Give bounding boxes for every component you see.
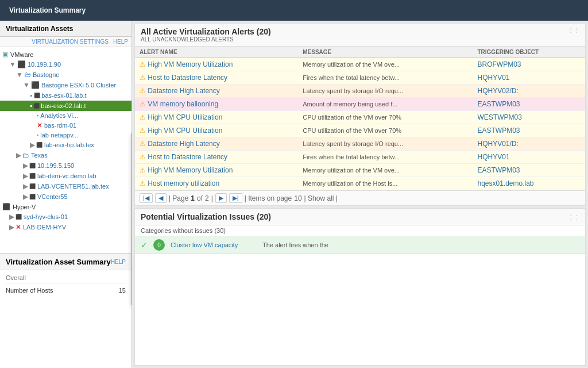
alert-message-1: Fires when the total latency betw... — [298, 71, 473, 85]
alert-message-2: Latency spent by storage I/O requ... — [298, 85, 473, 98]
right-panel: All Active Virtualization Alerts (20) AL… — [132, 21, 588, 368]
node-popup: bas-esx-02.lab.tex Node is Up. Polling I… — [131, 133, 132, 305]
alert-message-0: Memory utilization of the VM ove... — [298, 58, 473, 71]
alert-name-4[interactable]: High VM CPU Utilization — [148, 113, 222, 121]
server-icon-3: ⬛ — [29, 163, 36, 168]
tree-item-hyperv[interactable]: ⬛ Hyper-V — [0, 202, 131, 212]
trigger-link-3[interactable]: EASTWPM03 — [477, 100, 520, 108]
warn-triangle-7: ⚠ — [140, 153, 148, 161]
expand-icon-7: ▶ — [23, 172, 28, 180]
alert-name-5[interactable]: High VM CPU Utilization — [148, 126, 222, 135]
col-alert-name: ALERT NAME — [135, 47, 298, 58]
summary-row-hosts: Number of Hosts 15 — [6, 285, 126, 296]
col-trigger: TRIGGERING OBJECT — [473, 47, 585, 58]
help-link-summary[interactable]: HELP — [111, 259, 126, 265]
assets-header: Virtualization Assets — [0, 21, 131, 37]
asset-summary-title: Virtualization Asset Summary — [6, 258, 111, 266]
tree-item-bastogne[interactable]: ▼ 🗁 Bastogne — [0, 70, 131, 80]
cursor-icon: ▪ — [30, 102, 32, 110]
trigger-link-4[interactable]: WESTWPM03 — [477, 113, 521, 121]
hyperv-icon: ⬛ — [2, 203, 10, 210]
alerts-table: ALERT NAME MESSAGE TRIGGERING OBJECT ⚠ H… — [135, 47, 585, 190]
server-icon-6: ⬛ — [29, 194, 36, 200]
alert-name-2[interactable]: Datastore High Latency — [148, 87, 219, 95]
next-page-btn[interactable]: ▶ — [215, 193, 227, 203]
warn-triangle-1: ⚠ — [140, 74, 148, 82]
expand-icon: ▼ — [9, 60, 16, 68]
db-icon-2: ⬛ — [33, 103, 40, 109]
vmware-icon: ▣ — [2, 51, 8, 58]
tree-item-vmware[interactable]: ▣ VMware — [0, 49, 131, 59]
tree-label-syd-hyv: syd-hyv-clus-01 — [24, 213, 68, 220]
alert-name-1[interactable]: Host to Datastore Latency — [148, 74, 227, 82]
folder-icon-2: 🗁 — [22, 151, 29, 159]
tree-item-analytics[interactable]: ▪ Analytics Vi... — [0, 111, 131, 120]
tree-item-lab-esx-hp[interactable]: ▶ ⬛ lab-esx-hp.lab.tex — [0, 140, 131, 150]
trigger-link-6[interactable]: HQHYV01/D: — [477, 140, 518, 148]
server-icon-2: ⬛ — [36, 142, 42, 148]
expand-icon-8: ▶ — [23, 182, 28, 190]
page-title-bar: Virtualization Summary — [0, 0, 588, 21]
server-small-icon: ▪ — [30, 91, 32, 99]
prev-page-btn[interactable]: ◀ — [155, 193, 167, 203]
alert-name-3[interactable]: VM memory ballooning — [148, 100, 218, 108]
expand-icon-11: ▶ — [9, 223, 14, 231]
tree-item-texas[interactable]: ▶ 🗁 Texas — [0, 150, 131, 160]
db-icon: ⬛ — [34, 93, 40, 98]
tree-item-lab-vcenter51[interactable]: ▶ ⬛ LAB-VCENTER51.lab.tex — [0, 181, 131, 191]
alert-name-6[interactable]: Datastore High Latency — [148, 140, 219, 148]
tree-item-bas-esx-02[interactable]: ▪ ⬛ bas-esx-02.lab.t — [0, 101, 131, 111]
server-icon-5: ⬛ — [29, 183, 36, 189]
alert-name-0[interactable]: High VM Memory Utilization — [148, 60, 233, 68]
alert-message-8: Memory utilization of the VM ove... — [298, 164, 473, 177]
trigger-link-1[interactable]: HQHYV01 — [477, 74, 509, 82]
warn-triangle-2: ⚠ — [140, 87, 148, 95]
tree-label-hyperv: Hyper-V — [13, 204, 36, 210]
alert-row-0: ⚠ High VM Memory Utilization Memory util… — [135, 58, 585, 71]
vm-icon: ▪ — [37, 113, 38, 118]
help-link-left[interactable]: HELP — [113, 39, 128, 45]
tree-item-lab-dem-hyv[interactable]: ▶ ✕ LAB-DEM-HYV — [0, 222, 131, 232]
tree-label-texas: Texas — [31, 152, 48, 159]
tree-item-vcenter55[interactable]: ▶ ⬛ VCenter55 — [0, 191, 131, 202]
cluster-icon: ⬛ — [31, 81, 40, 89]
alerts-pagination: |◀ ◀ | Page 1 of 2 | ▶ ▶| | Items on pag… — [135, 190, 585, 205]
alert-name-8[interactable]: High VM Memory Utilization — [148, 166, 233, 174]
expand-icon-9: ▶ — [23, 193, 28, 201]
trigger-link-7[interactable]: HQHYV01 — [477, 153, 509, 161]
next-next-page-btn[interactable]: ▶| — [229, 193, 242, 203]
tree-item-lab-netapp[interactable]: ▪ lab-netappv... — [0, 131, 131, 140]
issue-count: 0 — [153, 239, 165, 251]
tree-item-syd-hyv[interactable]: ▶ ⬛ syd-hyv-clus-01 — [0, 212, 131, 222]
issues-panel: Potential Virtualization Issues (20) ⋮⋮ … — [134, 208, 586, 366]
server-icon-4: ⬛ — [29, 173, 36, 179]
tree-item-bas-rdm[interactable]: ✕ bas-rdm-01 — [0, 120, 131, 131]
alert-message-6: Latency spent by storage I/O requ... — [298, 137, 473, 151]
trigger-link-2[interactable]: HQHYV02/D: — [477, 87, 518, 95]
alerts-panel: All Active Virtualization Alerts (20) AL… — [134, 23, 586, 206]
tree-item-10199550[interactable]: ▶ ⬛ 10.199.5.150 — [0, 160, 131, 171]
drag-handle-alerts: ⋮⋮ — [568, 27, 579, 33]
tree-item-bastogne-esxi[interactable]: ▼ ⬛ Bastogne ESXi 5.0 Cluster — [0, 80, 131, 90]
trigger-link-5[interactable]: EASTWPM03 — [477, 126, 520, 135]
alert-row-7: ⚠ Host to Datastore Latency Fires when t… — [135, 151, 585, 164]
tree-label-bas-esx-02: bas-esx-02.lab.t — [41, 102, 86, 109]
items-per-page: 10 — [294, 194, 301, 202]
warn-triangle-6: ⚠ — [140, 140, 148, 148]
issue-name[interactable]: Cluster low VM capacity — [171, 241, 262, 248]
tree-item-10199190[interactable]: ▼ ⬛ 10.199.1.90 — [0, 59, 131, 70]
trigger-link-0[interactable]: BROFWPM03 — [477, 60, 521, 68]
tree-item-lab-dem-vc[interactable]: ▶ ⬛ lab-dem-vc.demo.lab — [0, 171, 131, 181]
warn-triangle-5: ⚠ — [140, 126, 148, 135]
tree-item-bas-esx-01[interactable]: ▪ ⬛ bas-esx-01.lab.t — [0, 90, 131, 101]
alert-row-6: ⚠ Datastore High Latency Latency spent b… — [135, 137, 585, 151]
alert-name-9[interactable]: Host memory utilization — [148, 179, 219, 187]
virtualization-settings-link[interactable]: VIRTUALIZATION SETTINGS — [32, 39, 109, 45]
tree-label-bastogne-esxi: Bastogne ESXi 5.0 Cluster — [41, 82, 116, 89]
alert-message-7: Fires when the total latency betw... — [298, 151, 473, 164]
trigger-link-9[interactable]: hqesx01.demo.lab — [477, 179, 533, 187]
alert-message-4: CPU utilization of the VM over 70% — [298, 111, 473, 124]
trigger-link-8[interactable]: EASTWPM03 — [477, 166, 520, 174]
alert-name-7[interactable]: Host to Datastore Latency — [148, 153, 227, 161]
prev-prev-page-btn[interactable]: |◀ — [140, 193, 153, 203]
